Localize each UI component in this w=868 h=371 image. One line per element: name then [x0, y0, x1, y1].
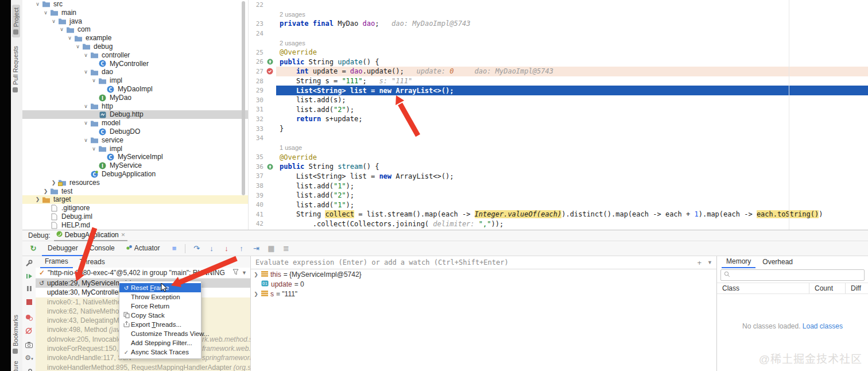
view-breakpoints-icon[interactable] [25, 313, 33, 322]
memory-search-input[interactable] [720, 269, 865, 281]
tree-item-example[interactable]: ∨example [22, 34, 248, 42]
chevron-down-icon[interactable]: ∨ [82, 68, 90, 76]
layout-menu-icon[interactable]: ≡ [168, 244, 180, 253]
chevron-down-icon[interactable]: ∨ [90, 145, 98, 153]
memory-column-diff[interactable]: Diff [845, 283, 868, 293]
settings-wrench-icon[interactable] [25, 259, 33, 268]
tab-frames[interactable]: Frames [40, 256, 73, 268]
tree-item-myservice[interactable]: IMyService [22, 161, 248, 170]
tree-item-com[interactable]: ∨com [22, 25, 248, 34]
tree-item-myserviceimpl[interactable]: CMyServiceImpl [22, 153, 248, 161]
usages-hint-line[interactable]: 2 usages [249, 38, 868, 48]
toolwindow-structure[interactable]: Structure [12, 361, 19, 371]
code-line-24[interactable]: 24 [249, 29, 868, 38]
chevron-down-icon[interactable]: ∨ [74, 42, 82, 51]
menu-item-async-stack-traces[interactable]: ✓Async Stack Traces [119, 347, 201, 357]
tree-item-resources[interactable]: ❯resources [22, 179, 248, 187]
chevron-down-icon[interactable]: ▼ [242, 270, 247, 276]
tree-item-impl[interactable]: ∨impl [22, 145, 248, 153]
evaluate-expression-icon[interactable]: ▦ [265, 244, 277, 253]
chevron-down-icon[interactable]: ∨ [50, 17, 57, 26]
variable-row-this[interactable]: ❯this= {MyServiceImpl@5742} [251, 269, 717, 279]
code-line-23[interactable]: 23private final MyDao dao; dao: MyDaoImp… [249, 19, 868, 29]
chevron-down-icon[interactable]: ∨ [90, 76, 98, 85]
menu-item-copy-stack[interactable]: Copy Stack [119, 311, 201, 320]
tree-item-debug-iml[interactable]: Debug.iml [22, 212, 248, 221]
chevron-down-icon[interactable]: ∨ [34, 0, 41, 9]
tab-memory[interactable]: Memory [722, 256, 755, 268]
pause-icon[interactable] [25, 284, 33, 293]
code-line-40[interactable]: 40 list.add("1"); [249, 200, 868, 210]
menu-item-customize-threads-view-[interactable]: Customize Threads View... [119, 329, 201, 338]
resume-icon[interactable] [25, 272, 33, 280]
tab-debugger[interactable]: Debugger [42, 241, 84, 256]
tab-threads[interactable]: Threads [75, 256, 110, 268]
expander-chevron-icon[interactable]: ❯ [253, 272, 259, 277]
chevron-down-icon[interactable]: ▼ [707, 260, 712, 265]
code-line-42[interactable]: 42 .collect(Collectors.joining( delimite… [249, 219, 868, 229]
snapshot-camera-icon[interactable] [25, 341, 33, 349]
filter-funnel-icon[interactable] [232, 269, 239, 277]
menu-item-throw-exception[interactable]: Throw Exception [119, 292, 201, 302]
tree-item-mydao[interactable]: IMyDao [22, 94, 248, 102]
chevron-down-icon[interactable]: ∨ [42, 9, 49, 17]
tree-item-mycontroller[interactable]: CMyController [22, 60, 248, 68]
stop-icon[interactable] [25, 297, 33, 306]
code-line-28[interactable]: 28 String s = "111"; s: "111" [249, 76, 868, 86]
chevron-right-icon[interactable]: ❯ [34, 195, 41, 204]
chevron-down-icon[interactable]: ∨ [82, 119, 90, 127]
code-line-26[interactable]: 26public String update() { [249, 57, 868, 67]
tree-item-debugdo[interactable]: CDebugDO [22, 127, 248, 136]
step-over-icon[interactable]: ↷ [190, 244, 203, 253]
menu-item-force-return[interactable]: Force Return [119, 302, 201, 311]
step-out-icon[interactable]: ↑ [235, 244, 247, 253]
tree-item-main[interactable]: ∨main [22, 9, 248, 17]
variable-row-update[interactable]: 01update= 0 [251, 279, 717, 289]
usages-hint-line[interactable]: 2 usages [249, 10, 868, 20]
tree-item-debug[interactable]: ∨debug [22, 42, 248, 51]
add-watch-icon[interactable]: + [697, 258, 702, 267]
code-line-33[interactable]: 33} [249, 124, 868, 134]
memory-column-class[interactable]: Class [717, 284, 809, 292]
code-line-30[interactable]: 30 list.add(s); [249, 95, 868, 105]
tree-item-test[interactable]: ❯test [22, 187, 248, 196]
code-editor[interactable]: 222 usages23private final MyDao dao; dao… [248, 0, 868, 230]
tree-item-model[interactable]: ∨model [22, 119, 248, 127]
debug-session-tab[interactable]: DebugApplication ✕ [54, 230, 128, 241]
chevron-down-icon[interactable]: ∨ [82, 51, 90, 60]
code-line-37[interactable]: 37 List<String> list = new ArrayList<>()… [249, 172, 868, 181]
mute-breakpoints-icon[interactable] [25, 326, 33, 335]
tree-item-help-md[interactable]: HELP.md [22, 221, 248, 230]
chevron-down-icon[interactable]: ∨ [82, 102, 90, 111]
code-line-31[interactable]: 31 list.add("2"); [249, 105, 868, 115]
usages-label[interactable]: 2 usages [280, 40, 305, 47]
menu-item-export[interactable]: Export Threads... [119, 320, 201, 329]
tree-item-target[interactable]: ❯target [22, 195, 248, 204]
close-icon[interactable]: ✕ [121, 232, 126, 238]
run-to-cursor-icon[interactable]: ⇥ [250, 244, 262, 253]
toolwindow-project[interactable]: Project [12, 5, 20, 37]
tree-item-debug-http[interactable]: Debug.http [22, 110, 248, 119]
tab-actuator[interactable]: Actuator [121, 241, 166, 255]
step-into-icon[interactable]: ↓ [205, 244, 218, 253]
chevron-right-icon[interactable]: ❯ [50, 179, 57, 187]
thread-selector[interactable]: ✓ "http-nio-8080-exec-4"@5,402 in group … [36, 268, 250, 279]
tree-item-service[interactable]: ∨service [22, 136, 248, 145]
memory-column-count[interactable]: Count [809, 283, 845, 293]
code-line-25[interactable]: 25@Override [249, 48, 868, 57]
settings-gear-icon[interactable]: ⚙▾ [25, 353, 33, 362]
rerun-icon[interactable]: ↻ [27, 244, 40, 253]
code-line-35[interactable]: 35@Override [249, 153, 868, 163]
code-line-29[interactable]: 29 List<String> list = new ArrayList<>()… [249, 86, 868, 95]
view-options-icon[interactable]: ≣ [280, 244, 292, 253]
stack-frame-row[interactable]: invokeHandlerMethod:895, RequestMappingH… [36, 363, 250, 371]
tree-item-src[interactable]: ∨src [22, 0, 248, 9]
code-line-38[interactable]: 38 list.add("1"); [249, 181, 868, 191]
toolwindow-pull-requests[interactable]: Pull Requests [12, 46, 19, 92]
tree-item-controller[interactable]: ∨controller [22, 51, 248, 60]
tree-item--gitignore[interactable]: .gitignore [22, 204, 248, 212]
override-gutter-icon[interactable] [264, 164, 276, 170]
usages-label[interactable]: 2 usages [280, 11, 305, 18]
breakpoint-gutter-icon[interactable] [264, 68, 276, 75]
usages-hint-line[interactable]: 1 usage [249, 143, 868, 153]
